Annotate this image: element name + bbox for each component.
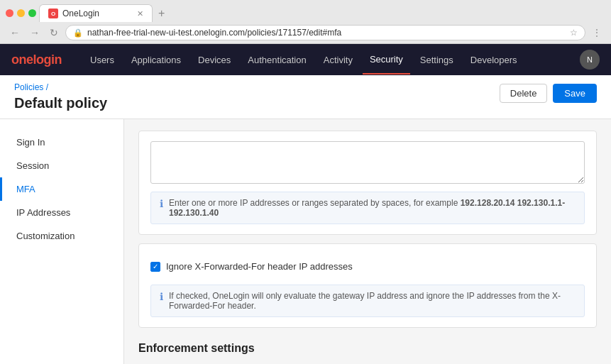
sidebar-item-mfa[interactable]: MFA <box>0 177 123 201</box>
breadcrumb-separator: / <box>46 82 48 92</box>
sidebar-item-sign-in[interactable]: Sign In <box>0 131 123 154</box>
checkbox-info-icon: ℹ <box>160 291 163 302</box>
tab-close-button[interactable]: ✕ <box>137 9 143 18</box>
star-icon[interactable]: ☆ <box>570 28 578 38</box>
page-header: Policies / Default policy Delete Save <box>0 75 611 119</box>
app-logo: onelogin <box>11 53 62 67</box>
new-tab-button[interactable]: + <box>155 7 167 20</box>
app-navbar: onelogin Users Applications Devices Auth… <box>0 44 611 75</box>
breadcrumb-link[interactable]: Policies <box>14 82 43 92</box>
nav-item-activity[interactable]: Activity <box>316 46 360 74</box>
reload-button[interactable]: ↻ <box>47 26 61 40</box>
close-traffic-light[interactable] <box>6 9 13 17</box>
nav-item-authentication[interactable]: Authentication <box>241 46 313 74</box>
checkbox-card: Ignore X-Forwarded-For header IP address… <box>138 243 597 328</box>
delete-button[interactable]: Delete <box>500 84 548 103</box>
enforcement-section-title: Enforcement settings <box>138 342 597 355</box>
ip-textarea[interactable] <box>150 141 585 184</box>
ip-textarea-card: ℹ Enter one or more IP addresses or rang… <box>138 131 597 235</box>
nav-item-developers[interactable]: Developers <box>463 46 524 74</box>
browser-chrome: O OneLogin ✕ + ← → ↻ 🔒 nathan-free-trial… <box>0 0 611 44</box>
nav-item-devices[interactable]: Devices <box>191 46 238 74</box>
ip-info-box: ℹ Enter one or more IP addresses or rang… <box>150 192 585 224</box>
address-bar-icons: ☆ <box>570 28 578 38</box>
nav-item-security[interactable]: Security <box>363 45 410 75</box>
browser-controls: ← → ↻ 🔒 nathan-free-trial-new-ui-test.on… <box>0 22 611 43</box>
sidebar-item-customization[interactable]: Customization <box>0 224 123 248</box>
nav-item-applications[interactable]: Applications <box>124 46 188 74</box>
address-bar[interactable]: 🔒 nathan-free-trial-new-ui-test.onelogin… <box>65 25 585 40</box>
sidebar-item-ip-addresses[interactable]: IP Addresses <box>0 201 123 224</box>
tab-bar: O OneLogin ✕ + <box>0 0 611 22</box>
nav-item-users[interactable]: Users <box>83 46 121 74</box>
nav-right: N <box>580 50 600 70</box>
checkbox-label: Ignore X-Forwarded-For header IP address… <box>166 261 353 272</box>
back-button[interactable]: ← <box>7 26 23 40</box>
enforcement-section: Enforcement settings OTP required for Ad… <box>138 336 597 364</box>
ignore-forwarded-checkbox[interactable] <box>150 262 160 272</box>
active-tab[interactable]: O OneLogin ✕ <box>39 4 153 22</box>
lock-icon: 🔒 <box>73 28 83 38</box>
sidebar-item-session[interactable]: Session <box>0 154 123 177</box>
maximize-traffic-light[interactable] <box>28 9 36 17</box>
checkbox-row: Ignore X-Forwarded-For header IP address… <box>150 254 585 279</box>
minimize-traffic-light[interactable] <box>17 9 25 17</box>
checkbox-info-box: ℹ If checked, OneLogin will only evaluat… <box>150 285 585 317</box>
forward-button[interactable]: → <box>27 26 43 40</box>
header-actions: Delete Save <box>500 84 597 103</box>
traffic-lights <box>6 9 36 17</box>
nav-item-settings[interactable]: Settings <box>413 46 461 74</box>
nav-items: Users Applications Devices Authenticatio… <box>83 45 524 75</box>
info-icon: ℹ <box>160 198 163 209</box>
content-area: ℹ Enter one or more IP addresses or rang… <box>124 119 611 364</box>
sidebar: Sign In Session MFA IP Addresses Customi… <box>0 119 124 364</box>
tab-favicon: O <box>48 9 58 18</box>
checkbox-info-text: If checked, OneLogin will only evaluate … <box>169 291 576 311</box>
address-text: nathan-free-trial-new-ui-test.onelogin.c… <box>87 28 341 38</box>
tab-label: OneLogin <box>62 9 99 18</box>
extensions-button[interactable]: ⋮ <box>590 26 604 39</box>
ip-info-text: Enter one or more IP addresses or ranges… <box>169 198 576 218</box>
main-container: Sign In Session MFA IP Addresses Customi… <box>0 119 611 364</box>
user-avatar[interactable]: N <box>580 50 600 70</box>
save-button[interactable]: Save <box>553 84 597 103</box>
